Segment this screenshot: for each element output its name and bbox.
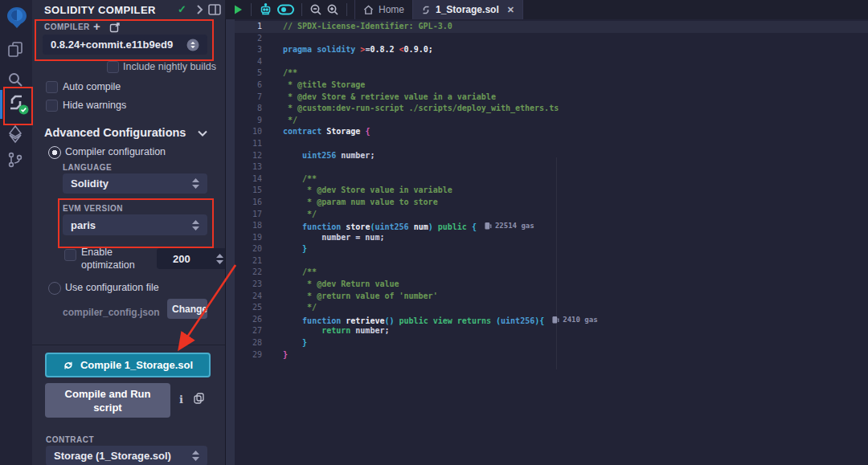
line-number: 24 <box>235 291 273 303</box>
line-number: 9 <box>235 115 273 127</box>
language-label: LANGUAGE <box>63 163 112 172</box>
auto-compile-checkbox[interactable] <box>46 81 58 93</box>
panel-title: SOLIDITY COMPILER <box>44 4 156 16</box>
zoom-out-icon[interactable] <box>309 3 322 16</box>
add-compiler-icon[interactable]: + <box>93 19 100 33</box>
pin-panel-icon[interactable] <box>208 4 221 15</box>
sort-arrows-icon <box>192 178 199 189</box>
code-line: contract Storage { <box>283 126 868 138</box>
select-stepper-icon <box>186 39 199 51</box>
code-line: * @dev Return value <box>283 279 868 291</box>
compile-and-run-button[interactable]: Compile and Run script <box>45 383 170 418</box>
nightly-builds-checkbox[interactable] <box>107 61 119 73</box>
info-icon[interactable]: i <box>179 394 183 406</box>
gas-estimate-badge: 22514 gas <box>485 220 534 232</box>
line-number: 16 <box>235 197 273 209</box>
advanced-configurations-title[interactable]: Advanced Configurations <box>44 126 186 139</box>
enable-optimization-checkbox[interactable] <box>64 249 76 261</box>
remix-ide-window: { "activity_bar": { "icons": ["remix-log… <box>0 0 868 465</box>
close-icon[interactable]: ✕ <box>507 5 514 15</box>
language-select[interactable]: Solidity <box>63 173 207 194</box>
optimization-runs-input[interactable]: 200 <box>157 248 230 269</box>
line-number: 25 <box>235 302 273 314</box>
hide-warnings-checkbox[interactable] <box>46 100 58 112</box>
contract-label: CONTRACT <box>46 435 94 444</box>
code-line: return number; <box>283 325 868 337</box>
copy-config-icon[interactable] <box>109 22 121 33</box>
line-number: 22 <box>235 267 273 279</box>
check-icon: ✓ <box>178 3 186 15</box>
panel-divider <box>32 345 225 345</box>
code-line: pragma solidity >=0.8.2 <0.9.0; <box>283 44 868 56</box>
compiler-configuration-radio[interactable] <box>48 146 61 159</box>
play-icon[interactable] <box>232 4 244 15</box>
code-line: * @dev Store & retrieve value in a varia… <box>283 92 868 104</box>
code-line: } <box>283 243 868 255</box>
code-line: * @title Storage <box>283 80 868 92</box>
search-icon[interactable] <box>6 71 26 90</box>
line-number: 18 <box>235 220 273 232</box>
code-line <box>283 138 868 150</box>
hide-warnings-label: Hide warnings <box>63 100 126 111</box>
chevron-down-icon[interactable] <box>198 130 207 137</box>
file-explorer-icon[interactable] <box>6 40 26 59</box>
git-icon[interactable] <box>6 151 26 170</box>
code-line: * @param num value to store <box>283 197 868 209</box>
line-number: 2 <box>235 33 273 45</box>
config-file-name: compiler_config.json <box>63 307 160 318</box>
use-configuration-file-radio[interactable] <box>48 282 61 295</box>
indent-guide <box>556 157 557 369</box>
line-number: 26 <box>235 314 273 326</box>
toggle-icon[interactable] <box>277 4 294 15</box>
line-number: 12 <box>235 150 273 162</box>
solidity-compiler-icon[interactable] <box>6 93 26 112</box>
line-number: 1 <box>235 21 273 33</box>
gutter: 1234567891011121314151617181920212223242… <box>235 19 273 465</box>
code-line <box>283 255 868 267</box>
ai-assistant-icon[interactable] <box>259 3 272 16</box>
use-configuration-file-label: Use configuration file <box>65 282 159 293</box>
change-config-button[interactable]: Change <box>167 299 207 319</box>
compiler-configuration-label: Compiler configuration <box>65 146 166 157</box>
code-area[interactable]: // SPDX-License-Identifier: GPL-3.0pragm… <box>273 19 868 465</box>
compiler-version-select[interactable]: 0.8.24+commit.e11b9ed9 <box>43 35 207 55</box>
line-number: 21 <box>235 255 273 267</box>
chevron-right-icon[interactable] <box>196 4 203 15</box>
code-line: /** <box>283 173 868 186</box>
sort-arrows-icon <box>216 254 223 264</box>
contract-select[interactable]: Storage (1_Storage.sol) <box>46 446 207 465</box>
toolbar-separator <box>251 3 252 16</box>
code-line <box>283 161 868 173</box>
enable-optimization-label: Enable optimization <box>81 246 135 271</box>
line-number: 23 <box>235 279 273 291</box>
line-number: 27 <box>235 325 273 337</box>
toolbar-separator <box>346 3 347 16</box>
compile-button[interactable]: Compile 1_Storage.sol <box>45 353 211 377</box>
line-number: 28 <box>235 337 273 349</box>
sort-arrows-icon <box>192 220 199 230</box>
line-number: 8 <box>235 103 273 115</box>
remix-logo[interactable] <box>6 6 26 26</box>
code-line: */ <box>283 115 868 127</box>
solidity-compiler-panel: SOLIDITY COMPILER ✓ COMPILER + 0.8.24+co… <box>32 0 225 465</box>
tab-1-storage-sol[interactable]: 1_Storage.sol ✕ <box>413 0 523 19</box>
home-icon <box>363 5 374 15</box>
zoom-in-icon[interactable] <box>326 3 339 16</box>
line-number: 14 <box>235 173 273 186</box>
tab-home[interactable]: Home <box>354 0 413 19</box>
line-number: 17 <box>235 209 273 221</box>
sort-arrows-icon <box>192 451 199 461</box>
code-line: // SPDX-License-Identifier: GPL-3.0 <box>273 21 868 33</box>
line-number: 19 <box>235 232 273 244</box>
compiler-label: COMPILER <box>44 22 90 31</box>
line-number: 10 <box>235 126 273 138</box>
line-number: 6 <box>235 80 273 92</box>
line-number: 3 <box>235 44 273 56</box>
code-line: } <box>283 349 868 361</box>
evm-version-label: EVM VERSION <box>63 204 123 213</box>
code-editor[interactable]: 1234567891011121314151617181920212223242… <box>235 19 868 465</box>
deploy-run-icon[interactable] <box>6 124 26 144</box>
copy-icon[interactable] <box>194 393 204 404</box>
evm-version-select[interactable]: paris <box>63 214 207 235</box>
code-line: */ <box>283 209 868 221</box>
